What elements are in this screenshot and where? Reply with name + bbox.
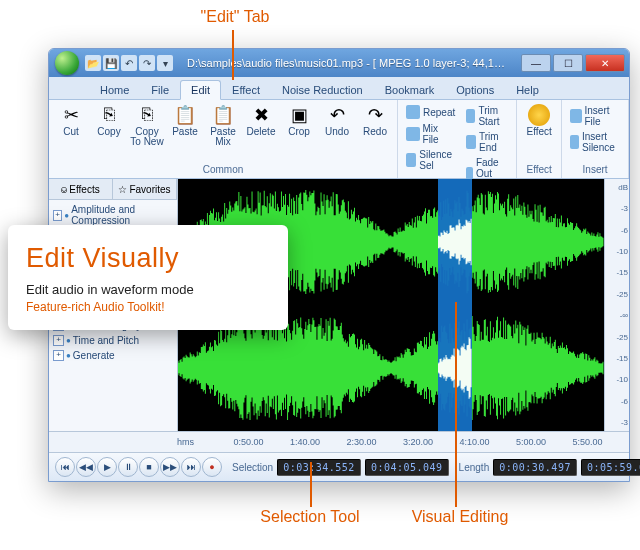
expand-icon[interactable]: + (53, 350, 64, 361)
delete-icon: ✖ (250, 104, 272, 126)
silence_sel-button[interactable]: Silence Sel (404, 147, 458, 173)
ribbon-group-extend: RepeatMix FileSilence Sel Trim StartTrim… (398, 100, 517, 178)
trim_start-label: Trim Start (478, 105, 508, 127)
qat-open-icon[interactable]: 📂 (85, 55, 101, 71)
tab-edit[interactable]: Edit (180, 80, 221, 100)
annotation-selection-tool: Selection Tool (250, 508, 370, 526)
paste_mix-button[interactable]: 📋Paste Mix (205, 102, 241, 149)
db-tick: -10 (606, 375, 628, 384)
insert_silence-button[interactable]: Insert Silence (568, 129, 622, 155)
qat-save-icon[interactable]: 💾 (103, 55, 119, 71)
cut-label: Cut (63, 127, 79, 137)
qat-redo-icon[interactable]: ↷ (139, 55, 155, 71)
tab-help[interactable]: Help (505, 80, 550, 100)
play-button[interactable]: ▶ (97, 457, 117, 477)
undo-button[interactable]: ↶Undo (319, 102, 355, 139)
mix_file-button[interactable]: Mix File (404, 121, 458, 147)
forward-button[interactable]: ▶▶ (160, 457, 180, 477)
annotation-edit-tab: "Edit" Tab (190, 8, 280, 26)
qat-undo-icon[interactable]: ↶ (121, 55, 137, 71)
scissors-icon: ✂ (60, 104, 82, 126)
cut-button[interactable]: ✂Cut (53, 102, 89, 139)
callout-line2: Feature-rich Audio Toolkit! (26, 300, 270, 314)
tree-node[interactable]: +●Generate (49, 348, 177, 363)
bullet-icon: ● (66, 336, 71, 345)
paste-button[interactable]: 📋Paste (167, 102, 203, 139)
app-orb-icon[interactable] (55, 51, 79, 75)
insert_silence-label: Insert Silence (582, 131, 620, 153)
group-label-common: Common (53, 163, 393, 176)
expand-icon[interactable]: + (53, 335, 64, 346)
tree-node[interactable]: +●Time and Pitch (49, 333, 177, 348)
db-tick: -15 (606, 354, 628, 363)
sparkle-icon (528, 104, 550, 126)
callout-line1: Edit audio in waveform mode (26, 282, 270, 297)
db-tick: dB (606, 183, 628, 192)
selection-start-display[interactable]: 0:03:34.552 (277, 459, 361, 476)
record-button[interactable]: ● (202, 457, 222, 477)
tab-noise-reduction[interactable]: Noise Reduction (271, 80, 374, 100)
goto-start-button[interactable]: ⏮ (55, 457, 75, 477)
silence_sel-label: Silence Sel (419, 149, 456, 171)
group-label-effect: Effect (521, 163, 557, 176)
tab-home[interactable]: Home (89, 80, 140, 100)
qat-dropdown-icon[interactable]: ▾ (157, 55, 173, 71)
repeat-icon (406, 105, 420, 119)
pointer-visual-editing (455, 302, 457, 507)
sidebar-tab-favorites[interactable]: ☆Favorites (113, 179, 177, 199)
tree-node-label: Amplitude and Compression (71, 204, 173, 226)
db-scale: dB-3-6-10-15-25-∞-25-15-10-6-3 (604, 179, 629, 431)
copy-icon: ⎘ (98, 104, 120, 126)
db-tick: -3 (606, 204, 628, 213)
stop-button[interactable]: ■ (139, 457, 159, 477)
db-tick: -10 (606, 247, 628, 256)
trim_start-button[interactable]: Trim Start (464, 103, 510, 129)
time-tick: 2:30.00 (347, 437, 404, 447)
db-tick: -6 (606, 226, 628, 235)
minimize-button[interactable]: — (521, 54, 551, 72)
selection-end-display[interactable]: 0:04:05.049 (365, 459, 449, 476)
goto-end-button[interactable]: ⏭ (181, 457, 201, 477)
insert_silence-icon (570, 135, 579, 149)
redo-button[interactable]: ↷Redo (357, 102, 393, 139)
crop-button[interactable]: ▣Crop (281, 102, 317, 139)
close-button[interactable]: ✕ (585, 54, 625, 72)
tree-node-label: Time and Pitch (73, 335, 139, 346)
group-label-insert: Insert (566, 163, 624, 176)
copy-button[interactable]: ⎘Copy (91, 102, 127, 139)
bullet-icon: ● (66, 351, 71, 360)
redo-icon: ↷ (364, 104, 386, 126)
repeat-button[interactable]: Repeat (404, 103, 458, 121)
tab-bookmark[interactable]: Bookmark (374, 80, 446, 100)
tab-options[interactable]: Options (445, 80, 505, 100)
tab-file[interactable]: File (140, 80, 180, 100)
insert_file-button[interactable]: Insert File (568, 103, 622, 129)
sidebar-tab-effects[interactable]: ⎉Effects (49, 179, 113, 199)
expand-icon[interactable]: + (53, 210, 62, 221)
db-tick: -15 (606, 268, 628, 277)
star-icon: ☆ (118, 184, 127, 195)
ribbon-group-common: ✂Cut⎘Copy⎘Copy To New📋Paste📋Paste Mix✖De… (49, 100, 398, 178)
repeat-label: Repeat (423, 107, 455, 118)
tab-effect[interactable]: Effect (221, 80, 271, 100)
maximize-button[interactable]: ☐ (553, 54, 583, 72)
effect-button[interactable]: Effect (521, 102, 557, 139)
delete-button[interactable]: ✖Delete (243, 102, 279, 139)
clipboard-icon: 📋 (212, 104, 234, 126)
insert_file-icon (570, 109, 581, 123)
copy_to_new-label: Copy To New (129, 127, 165, 147)
callout-card: Edit Visually Edit audio in waveform mod… (8, 225, 288, 330)
length-a-display[interactable]: 0:00:30.497 (493, 459, 577, 476)
copy_to_new-button[interactable]: ⎘Copy To New (129, 102, 165, 149)
length-b-display[interactable]: 0:05:59.003 (581, 459, 640, 476)
ribbon: ✂Cut⎘Copy⎘Copy To New📋Paste📋Paste Mix✖De… (49, 100, 629, 179)
db-tick: -25 (606, 290, 628, 299)
db-tick: -6 (606, 397, 628, 406)
time-tick: 1:40.00 (290, 437, 347, 447)
time-tick: 5:50.00 (573, 437, 630, 447)
trim_end-button[interactable]: Trim End (464, 129, 510, 155)
status-bar: ⏮ ◀◀ ▶ ⏸ ■ ▶▶ ⏭ ● Selection 0:03:34.552 … (49, 452, 629, 481)
rewind-button[interactable]: ◀◀ (76, 457, 96, 477)
sidebar-tabs: ⎉Effects ☆Favorites (49, 179, 177, 200)
pause-button[interactable]: ⏸ (118, 457, 138, 477)
